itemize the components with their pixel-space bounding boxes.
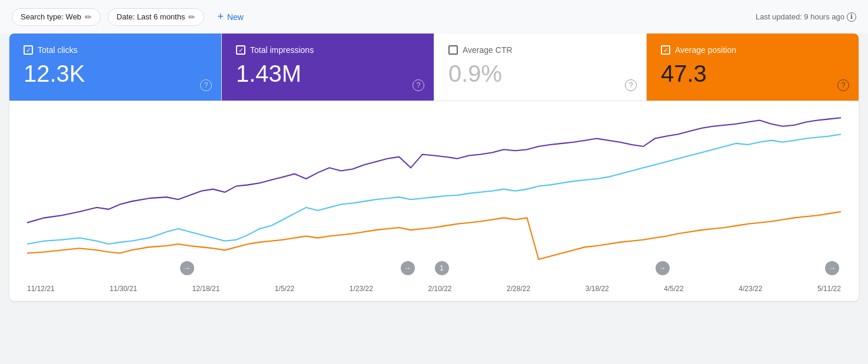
info-icon: ℹ: [847, 12, 856, 22]
metric-average-ctr[interactable]: Average CTR 0.9% ?: [434, 34, 647, 101]
annotation-dot-4[interactable]: →: [656, 261, 670, 275]
search-type-label: Search type: Web: [21, 12, 81, 21]
metric-impressions-header: Total impressions: [236, 45, 420, 55]
metric-ctr-checkbox[interactable]: [448, 45, 458, 55]
metric-impressions-label: Total impressions: [250, 45, 314, 55]
metric-impressions-value: 1.43M: [236, 61, 420, 86]
x-label-4: 1/23/22: [350, 285, 373, 293]
metric-position-label: Average position: [675, 45, 736, 55]
position-line: [27, 212, 841, 259]
x-label-10: 5/11/22: [817, 285, 841, 293]
metric-ctr-header: Average CTR: [448, 45, 632, 55]
chart-svg: [27, 113, 841, 278]
x-label-5: 2/10/22: [428, 285, 451, 293]
metric-total-clicks[interactable]: Total clicks 12.3K ?: [9, 34, 222, 101]
metric-ctr-label: Average CTR: [463, 45, 513, 55]
annotation-dot-3[interactable]: 1: [435, 261, 449, 275]
metrics-row: Total clicks 12.3K ? Total impressions 1…: [9, 34, 859, 101]
metric-average-position[interactable]: Average position 47.3 ?: [647, 34, 859, 101]
metric-ctr-info[interactable]: ?: [625, 79, 637, 91]
last-updated-text: Last updated: 9 hours ago: [756, 12, 844, 21]
x-label-7: 3/18/22: [586, 285, 609, 293]
new-button-label: New: [227, 12, 244, 22]
metric-position-header: Average position: [661, 45, 844, 55]
x-label-1: 11/30/21: [109, 285, 137, 293]
annotation-dot-2[interactable]: →: [401, 261, 415, 275]
metric-impressions-checkbox[interactable]: [236, 45, 245, 55]
x-label-9: 4/23/22: [739, 285, 762, 293]
metric-clicks-checkbox[interactable]: [24, 45, 33, 55]
date-chip[interactable]: Date: Last 6 months ✏: [108, 8, 204, 26]
x-label-6: 2/28/22: [507, 285, 530, 293]
metric-clicks-value: 12.3K: [24, 61, 207, 86]
x-label-0: 11/12/21: [27, 285, 55, 293]
edit-search-type-icon: ✏: [85, 12, 92, 22]
top-bar: Search type: Web ✏ Date: Last 6 months ✏…: [0, 0, 868, 34]
metric-clicks-header: Total clicks: [24, 45, 207, 55]
last-updated: Last updated: 9 hours ago ℹ: [756, 12, 856, 22]
x-axis: 11/12/21 11/30/21 12/18/21 1/5/22 1/23/2…: [27, 282, 841, 295]
metric-position-value: 47.3: [661, 61, 844, 86]
metric-clicks-info[interactable]: ?: [200, 79, 212, 91]
date-label: Date: Last 6 months: [117, 12, 185, 21]
main-card: Total clicks 12.3K ? Total impressions 1…: [9, 34, 859, 301]
metric-ctr-value: 0.9%: [448, 61, 632, 86]
x-label-2: 12/18/21: [192, 285, 220, 293]
impressions-line: [27, 118, 841, 222]
metric-total-impressions[interactable]: Total impressions 1.43M ?: [222, 34, 434, 101]
x-label-8: 4/5/22: [664, 285, 683, 293]
metric-position-checkbox[interactable]: [661, 45, 670, 55]
plus-icon: +: [217, 11, 224, 23]
new-button[interactable]: + New: [211, 7, 250, 26]
search-type-chip[interactable]: Search type: Web ✏: [12, 8, 101, 26]
x-label-3: 1/5/22: [275, 285, 294, 293]
annotation-dot-1[interactable]: →: [180, 261, 194, 275]
metric-impressions-info[interactable]: ?: [413, 79, 424, 91]
chart-area: → → 1 → → 11/12/21 11/30/21 12/18/21 1/5…: [9, 101, 859, 301]
edit-date-icon: ✏: [188, 12, 195, 22]
metric-clicks-label: Total clicks: [38, 45, 78, 55]
metric-position-info[interactable]: ?: [837, 79, 849, 91]
